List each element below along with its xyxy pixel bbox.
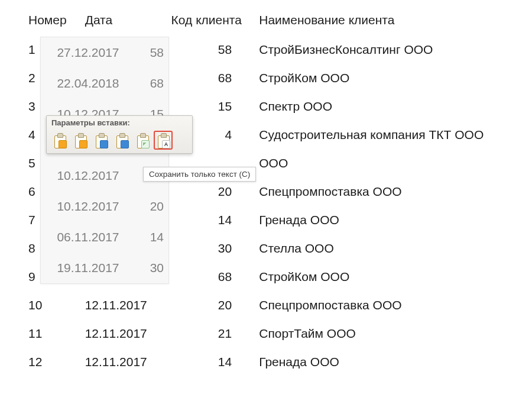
cell-code: 20 [171, 291, 259, 319]
paste-option-text-only[interactable]: A [154, 131, 173, 150]
col-header-name: Наименование клиента [259, 11, 532, 35]
cell-name: СтройБизнесКонсалтинг ООО [259, 35, 532, 64]
cell-name: Спецпромпоставка ООО [259, 177, 532, 206]
table-row: 1012.11.201720Спецпромпоставка ООО [28, 291, 532, 319]
clipboard-icon: A [157, 133, 169, 147]
pasted-row: 22.04.201868 [46, 68, 164, 99]
cell-name: Судостроительная компания ТКТ ООО [259, 121, 532, 149]
table-header-row: Номер Дата Код клиента Наименование клие… [28, 11, 532, 35]
cell-name: Спецпромпоставка ООО [259, 291, 532, 319]
cell-date: 12.11.2017 [85, 348, 171, 376]
cell-code: 20 [171, 177, 259, 206]
pasted-date: 10.12.2017 [46, 199, 131, 214]
cell-name: Спектр ООО [259, 92, 532, 121]
pasted-row: 06.11.201714 [46, 222, 164, 253]
col-header-number: Номер [28, 11, 85, 35]
cell-name: Гренада ООО [259, 348, 532, 376]
pasted-row: 19.11.201730 [46, 253, 164, 283]
paste-options-popup: Параметры вставки: A [46, 115, 193, 154]
word-document-page: Номер Дата Код клиента Наименование клие… [0, 0, 532, 417]
cell-code: 14 [171, 206, 259, 234]
clipboard-icon [54, 133, 66, 147]
cell-name: ООО [259, 149, 532, 177]
col-header-code: Код клиента [171, 11, 259, 35]
paste-option-merge-format[interactable] [92, 131, 111, 150]
clipboard-icon [116, 133, 128, 147]
cell-code: 21 [171, 319, 259, 348]
pasted-date: 19.11.2017 [46, 261, 131, 275]
cell-name: СтройКом ООО [259, 263, 532, 291]
cell-name: СтройКом ООО [259, 64, 532, 92]
pasted-region-overlay: 27.12.20175822.04.20186810.12.20171510.1… [40, 37, 169, 284]
pasted-date: 10.12.2017 [46, 169, 131, 183]
paste-option-keep-source[interactable] [50, 131, 69, 150]
cell-name: Гренада ООО [259, 206, 532, 234]
pasted-code: 68 [131, 76, 164, 90]
paste-option-picture[interactable] [133, 131, 152, 150]
cell-code: 68 [171, 263, 259, 291]
paste-option-link-styles[interactable] [112, 131, 131, 150]
pasted-row: 27.12.201758 [46, 37, 164, 68]
clipboard-icon [95, 133, 107, 147]
paste-options-icon-row: A [47, 130, 192, 153]
pasted-row: 10.12.201720 [46, 191, 164, 222]
pasted-code: 20 [131, 199, 164, 214]
pasted-code: 14 [131, 230, 164, 244]
table-row: 1112.11.201721СпортТайм ООО [28, 319, 532, 348]
clipboard-icon [74, 133, 86, 147]
col-header-date: Дата [85, 11, 171, 35]
paste-options-title: Параметры вставки: [47, 116, 192, 130]
pasted-date: 06.11.2017 [46, 230, 131, 244]
cell-name: СпортТайм ООО [259, 319, 532, 348]
cell-code: 14 [171, 348, 259, 376]
cell-number: 10 [28, 291, 85, 319]
table-row: 1212.11.201714Гренада ООО [28, 348, 532, 376]
cell-date: 12.11.2017 [85, 291, 171, 319]
pasted-date: 22.04.2018 [46, 76, 131, 90]
pasted-code: 58 [131, 46, 164, 60]
cell-number: 11 [28, 319, 85, 348]
paste-option-dest-style[interactable] [71, 131, 90, 150]
cell-name: Стелла ООО [259, 234, 532, 263]
cell-code: 58 [171, 35, 259, 64]
pasted-date: 27.12.2017 [46, 46, 131, 60]
cell-code: 30 [171, 234, 259, 263]
cell-number: 12 [28, 348, 85, 376]
paste-option-tooltip: Сохранить только текст (С) [143, 167, 256, 182]
pasted-code: 30 [131, 261, 164, 275]
clipboard-icon [137, 133, 148, 147]
cell-date: 12.11.2017 [85, 319, 171, 348]
cell-code: 68 [171, 64, 259, 92]
